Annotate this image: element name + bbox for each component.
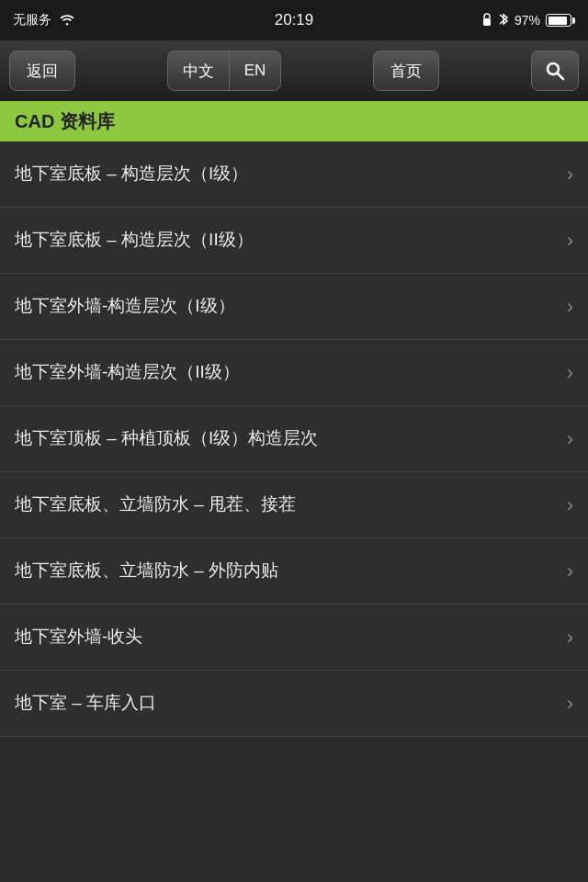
lang-zh-button[interactable]: 中文 xyxy=(168,51,230,91)
toolbar: 返回 中文 EN 首页 xyxy=(0,40,588,101)
status-right: 97% xyxy=(481,11,575,30)
section-title-suffix: 资料库 xyxy=(54,111,115,131)
list-item[interactable]: 地下室 – 车库入口 › xyxy=(0,671,588,737)
wifi-icon xyxy=(59,13,75,28)
lock-icon xyxy=(481,12,492,29)
svg-rect-0 xyxy=(483,18,491,26)
status-time: 20:19 xyxy=(275,11,314,29)
bluetooth-icon xyxy=(498,11,509,30)
list-item[interactable]: 地下室顶板 – 种植顶板（I级）构造层次 › xyxy=(0,406,588,472)
list: 地下室底板 – 构造层次（I级） › 地下室底板 – 构造层次（II级） › 地… xyxy=(0,141,588,737)
list-item-text: 地下室底板、立墙防水 – 甩茬、接茬 xyxy=(15,492,567,517)
list-item[interactable]: 地下室外墙-收头 › xyxy=(0,605,588,671)
status-left: 无服务 xyxy=(13,12,75,28)
list-item[interactable]: 地下室底板、立墙防水 – 甩茬、接茬 › xyxy=(0,472,588,538)
list-item[interactable]: 地下室底板、立墙防水 – 外防内贴 › xyxy=(0,538,588,605)
svg-line-2 xyxy=(557,74,563,80)
language-toggle[interactable]: 中文 EN xyxy=(167,51,282,91)
search-icon xyxy=(544,60,566,82)
chevron-icon: › xyxy=(567,560,573,583)
lang-en-button[interactable]: EN xyxy=(230,51,281,91)
battery-percentage: 97% xyxy=(514,13,540,28)
section-header: CAD 资料库 xyxy=(0,101,588,141)
back-button[interactable]: 返回 xyxy=(9,51,75,91)
chevron-icon: › xyxy=(567,295,573,319)
list-item-text: 地下室 – 车库入口 xyxy=(15,691,567,716)
section-title: CAD 资料库 xyxy=(15,109,115,134)
list-item-text: 地下室顶板 – 种植顶板（I级）构造层次 xyxy=(15,426,567,451)
home-button[interactable]: 首页 xyxy=(373,51,439,91)
chevron-icon: › xyxy=(567,692,573,716)
no-service-label: 无服务 xyxy=(13,12,51,28)
chevron-icon: › xyxy=(567,361,573,385)
list-item[interactable]: 地下室底板 – 构造层次（II级） › xyxy=(0,208,588,274)
chevron-icon: › xyxy=(567,163,573,187)
list-item-text: 地下室底板 – 构造层次（II级） xyxy=(15,228,567,253)
section-title-prefix: CAD xyxy=(15,111,54,131)
list-item-text: 地下室外墙-构造层次（II级） xyxy=(15,360,567,385)
chevron-icon: › xyxy=(567,493,573,517)
battery-icon xyxy=(546,14,575,27)
list-item-text: 地下室底板 – 构造层次（I级） xyxy=(15,162,567,187)
list-item[interactable]: 地下室外墙-构造层次（II级） › xyxy=(0,340,588,406)
chevron-icon: › xyxy=(567,427,573,451)
chevron-icon: › xyxy=(567,626,573,650)
list-item-text: 地下室底板、立墙防水 – 外防内贴 xyxy=(15,559,567,583)
list-item-text: 地下室外墙-收头 xyxy=(15,625,567,650)
list-item[interactable]: 地下室外墙-构造层次（I级） › xyxy=(0,274,588,340)
chevron-icon: › xyxy=(567,229,573,253)
list-item-text: 地下室外墙-构造层次（I级） xyxy=(15,294,567,319)
status-bar: 无服务 20:19 97% xyxy=(0,0,588,40)
list-item[interactable]: 地下室底板 – 构造层次（I级） › xyxy=(0,141,588,208)
search-button[interactable] xyxy=(531,51,579,91)
